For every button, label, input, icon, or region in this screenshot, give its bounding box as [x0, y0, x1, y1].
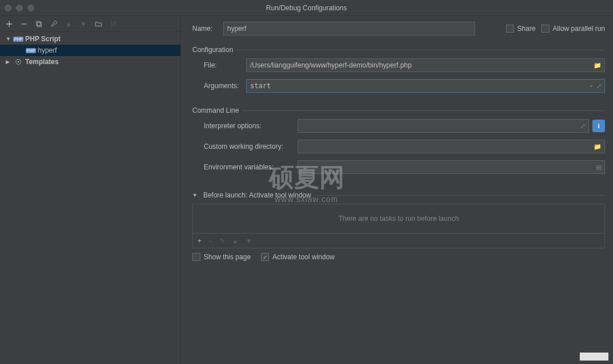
tree-label: Templates: [25, 58, 58, 66]
gear-icon: [14, 57, 23, 66]
checkbox-icon: [192, 253, 200, 261]
interpreter-options-label: Interpreter options:: [204, 122, 298, 130]
tree-label: hyperf: [38, 46, 57, 54]
show-this-page-checkbox[interactable]: Show this page: [192, 253, 251, 261]
svg-rect-0: [37, 21, 41, 25]
edit-icon: ✎: [219, 237, 225, 245]
allow-parallel-checkbox[interactable]: Allow parallel run: [541, 25, 605, 33]
add-icon[interactable]: +: [197, 237, 201, 245]
interpreter-options-input[interactable]: [298, 119, 589, 133]
activate-tool-window-label: Activate tool window: [272, 253, 335, 261]
configurations-sidebar: ▲ ▼ ▼ PHP PHP Script PHP hyperf ▶ Templa…: [0, 16, 181, 364]
tree-label: PHP Script: [25, 35, 61, 43]
expand-toggle-icon[interactable]: ▶: [6, 59, 11, 65]
window-title: Run/Debug Configurations: [266, 4, 347, 12]
custom-dir-label: Custom working directory:: [204, 143, 298, 151]
add-icon[interactable]: [5, 19, 14, 29]
name-label: Name:: [192, 25, 217, 33]
custom-dir-input[interactable]: [298, 140, 605, 153]
svg-rect-1: [37, 22, 41, 26]
configurations-tree[interactable]: ▼ PHP PHP Script PHP hyperf ▶ Templates: [0, 32, 180, 364]
titlebar: Run/Debug Configurations: [0, 0, 613, 16]
tree-node-templates[interactable]: ▶ Templates: [0, 56, 180, 68]
env-vars-input[interactable]: [298, 160, 605, 174]
info-button[interactable]: i: [592, 120, 605, 132]
share-checkbox[interactable]: Share: [506, 25, 536, 33]
sidebar-toolbar: ▲ ▼: [0, 16, 180, 32]
before-launch-tasks-list: There are no tasks to run before launch: [192, 204, 605, 234]
move-down-icon: ▼: [79, 19, 88, 29]
window-controls[interactable]: [5, 5, 34, 11]
tree-node-php-script[interactable]: ▼ PHP PHP Script: [0, 33, 180, 45]
arguments-label: Arguments:: [204, 82, 246, 90]
php-icon: PHP: [26, 46, 35, 55]
checkbox-icon: [541, 25, 549, 33]
copy-icon[interactable]: [34, 19, 43, 29]
remove-icon: −: [208, 237, 212, 245]
folder-icon[interactable]: [94, 19, 103, 29]
command-line-section-title: Command Line: [192, 106, 605, 114]
arguments-input[interactable]: [246, 79, 605, 93]
share-label: Share: [517, 25, 536, 33]
allow-parallel-label: Allow parallel run: [553, 25, 605, 33]
configuration-section-title: Configuration: [192, 46, 605, 54]
name-input[interactable]: [223, 22, 475, 35]
svg-point-3: [18, 61, 19, 63]
show-this-page-label: Show this page: [204, 253, 251, 261]
collapse-toggle-icon[interactable]: ▼: [192, 192, 197, 198]
file-label: File:: [204, 61, 246, 69]
wrench-icon[interactable]: [49, 19, 58, 29]
configuration-form: Name: Share Allow parallel run Configura…: [181, 16, 613, 364]
zoom-window-button[interactable]: [27, 5, 34, 11]
close-window-button[interactable]: [5, 5, 11, 11]
move-down-icon: ▼: [246, 237, 252, 245]
remove-icon[interactable]: [19, 19, 29, 29]
file-input[interactable]: [246, 58, 605, 72]
env-vars-label: Environment variables:: [204, 163, 298, 171]
before-launch-toolbar: + − ✎ ▲ ▼: [192, 234, 605, 248]
activate-tool-window-checkbox[interactable]: Activate tool window: [261, 253, 335, 261]
no-tasks-message: There are no tasks to run before launch: [338, 215, 458, 223]
corner-mark: [580, 353, 608, 361]
checkbox-icon: [261, 253, 269, 261]
tree-node-hyperf[interactable]: PHP hyperf: [0, 45, 180, 56]
sort-icon[interactable]: [109, 19, 118, 29]
php-icon: PHP: [14, 34, 23, 43]
expand-toggle-icon[interactable]: ▼: [6, 36, 11, 42]
move-up-icon: ▲: [64, 19, 73, 29]
minimize-window-button[interactable]: [16, 5, 23, 11]
before-launch-section-title[interactable]: ▼ Before launch: Activate tool window: [192, 191, 605, 199]
checkbox-icon: [506, 25, 514, 33]
move-up-icon: ▲: [232, 237, 239, 245]
